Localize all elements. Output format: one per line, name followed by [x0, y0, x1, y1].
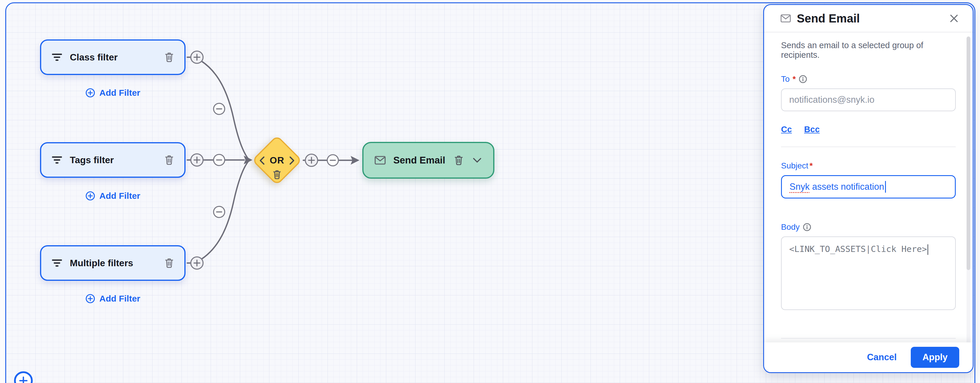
trash-icon[interactable]	[164, 258, 174, 268]
node-label: Class filter	[70, 52, 118, 63]
section-divider	[781, 338, 956, 339]
panel-body: Sends an email to a selected group of re…	[764, 32, 973, 371]
panel-description: Sends an email to a selected group of re…	[781, 41, 956, 60]
body-value: <LINK_TO_ASSETS|Click Here>	[789, 244, 927, 254]
node-label: Tags filter	[70, 155, 114, 166]
chevron-right-icon[interactable]	[289, 156, 295, 166]
scrollbar-thumb[interactable]	[967, 36, 970, 270]
text-cursor	[928, 244, 928, 255]
subject-field-label: Subject *	[781, 161, 956, 171]
required-asterisk: *	[809, 161, 813, 171]
cc-bcc-row: Cc Bcc	[781, 125, 956, 134]
subject-input[interactable]: Snyk assets notification	[781, 175, 956, 198]
info-icon[interactable]	[799, 75, 807, 84]
subject-value-misspelled: Snyk	[789, 182, 810, 192]
node-class-filter[interactable]: Class filter	[40, 40, 186, 75]
subject-value: assets notification	[810, 182, 884, 192]
plus-icon	[18, 376, 28, 383]
node-label: Multiple filters	[70, 258, 133, 269]
trash-icon[interactable]	[164, 155, 174, 165]
add-filter-link[interactable]: Add Filter	[40, 190, 186, 202]
body-textarea[interactable]: <LINK_TO_ASSETS|Click Here>	[781, 236, 956, 310]
body-label: Body	[781, 222, 800, 232]
node-send-email[interactable]: Send Email	[362, 142, 495, 179]
operator-label: OR	[270, 155, 284, 166]
filter-icon	[52, 259, 62, 267]
subject-label: Subject	[781, 161, 808, 171]
panel-scrollbar	[967, 36, 970, 346]
panel-header: Send Email	[764, 5, 973, 32]
to-input[interactable]	[781, 89, 956, 111]
node-label: Send Email	[393, 155, 445, 166]
required-asterisk: *	[793, 74, 796, 84]
chevron-down-icon[interactable]	[472, 157, 482, 163]
panel-title: Send Email	[797, 12, 860, 25]
close-icon[interactable]	[949, 14, 959, 23]
to-field-label: To *	[781, 74, 956, 84]
cancel-button[interactable]: Cancel	[867, 352, 897, 362]
trash-icon[interactable]	[164, 52, 174, 62]
workflow-builder: Class filter Tags filter Multiple filter…	[0, 0, 980, 383]
node-tags-filter[interactable]: Tags filter	[40, 142, 186, 178]
apply-button[interactable]: Apply	[911, 347, 959, 368]
send-email-config-panel: Send Email Sends an email to a selected …	[763, 4, 974, 373]
trash-icon[interactable]	[273, 169, 282, 179]
cc-link[interactable]: Cc	[781, 125, 792, 134]
filter-icon	[52, 53, 62, 62]
node-multiple-filters[interactable]: Multiple filters	[40, 245, 186, 281]
subject-field: Subject * Snyk assets notification	[781, 161, 956, 198]
trash-icon[interactable]	[454, 155, 463, 166]
envelope-icon	[780, 14, 791, 22]
info-icon[interactable]	[803, 223, 811, 231]
filter-icon	[52, 156, 62, 165]
add-filter-link[interactable]: Add Filter	[40, 86, 186, 99]
to-label: To	[781, 74, 790, 84]
or-operator-content: OR	[252, 135, 302, 185]
body-field: Body <LINK_TO_ASSETS|Click Here>	[781, 222, 956, 310]
text-cursor	[885, 181, 886, 193]
envelope-icon	[375, 156, 386, 165]
circled-plus-icon	[85, 191, 95, 201]
add-filter-link[interactable]: Add Filter	[40, 292, 186, 305]
panel-footer: Cancel Apply	[764, 342, 973, 372]
circled-plus-icon	[85, 88, 95, 98]
circled-plus-icon	[85, 294, 95, 304]
section-divider	[781, 147, 956, 147]
body-field-label: Body	[781, 222, 956, 232]
add-filter-label: Add Filter	[99, 88, 140, 98]
bcc-link[interactable]: Bcc	[804, 125, 819, 134]
chevron-left-icon[interactable]	[259, 156, 265, 166]
add-filter-label: Add Filter	[99, 191, 140, 201]
add-filter-label: Add Filter	[99, 294, 140, 304]
